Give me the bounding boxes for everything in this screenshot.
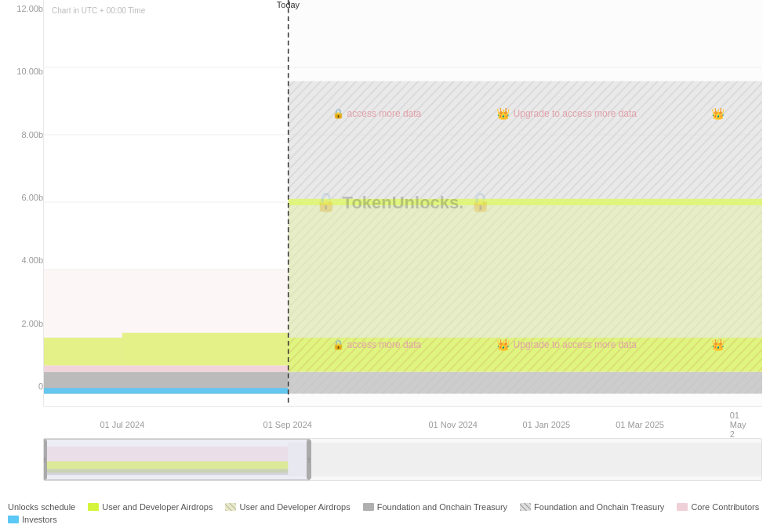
x-label-nov: 01 Nov 2024 (428, 420, 477, 429)
legend-label-airdrop-solid: User and Developer Airdrops (102, 502, 212, 512)
legend-swatch-investors (8, 516, 19, 523)
chart-svg (44, 0, 762, 406)
x-label-jul: 01 Jul 2024 (100, 420, 144, 429)
chart-inner: Chart in UTC + 00:00 Time (43, 0, 762, 407)
legend-swatch-airdrop-hatched (225, 503, 236, 511)
x-axis: 01 Jul 2024 01 Sep 2024 01 Nov 2024 01 J… (43, 414, 762, 434)
y-label-10: 10.00b (4, 67, 43, 76)
legend-title: Unlocks schedule (8, 502, 75, 512)
legend-swatch-foundation-solid (363, 503, 374, 511)
legend-swatch-airdrop-solid (88, 503, 99, 511)
y-label-6: 6.00b (4, 193, 43, 202)
legend-label-foundation-solid: Foundation and Onchain Treasury (377, 502, 507, 512)
legend-label-foundation-hatched: Foundation and Onchain Treasury (534, 502, 664, 512)
chart-area: Chart in UTC + 00:00 Time (43, 0, 762, 407)
svg-rect-20 (289, 0, 762, 406)
x-label-jan: 01 Jan 2025 (523, 420, 571, 429)
legend-swatch-core (677, 503, 688, 511)
x-label-mar: 01 Mar 2025 (616, 420, 664, 429)
svg-rect-25 (288, 443, 761, 476)
legend-item-foundation-hatched: Foundation and Onchain Treasury (520, 502, 664, 512)
navigator-handle-right[interactable]: ⋮ (307, 440, 311, 480)
y-label-2: 2.00b (4, 319, 43, 328)
navigator-selection[interactable]: ⋮ ⋮ (44, 439, 310, 480)
y-label-4: 4.00b (4, 255, 43, 265)
svg-marker-11 (44, 388, 289, 393)
svg-marker-19 (44, 270, 289, 365)
legend-item-foundation-solid: Foundation and Onchain Treasury (363, 502, 507, 512)
x-label-sep: 01 Sep 2024 (263, 420, 312, 429)
navigator-handle-left[interactable]: ⋮ (43, 440, 47, 480)
y-label-0: 0 (4, 382, 43, 391)
y-label-8: 8.00b (4, 130, 43, 139)
legend-swatch-foundation-hatched (520, 503, 531, 511)
legend-label-core: Core Contributors (691, 502, 759, 512)
navigator[interactable]: ⋮ ⋮ (43, 438, 762, 481)
y-axis: 12.00b 10.00b 8.00b 6.00b 4.00b 2.00b 0 (0, 0, 43, 407)
legend-label-airdrop-hatched: User and Developer Airdrops (239, 502, 350, 512)
x-label-may: 01 May 2 (730, 411, 752, 439)
legend: Unlocks schedule User and Developer Aird… (0, 502, 770, 524)
today-label: Today (277, 0, 300, 9)
svg-marker-12 (44, 365, 289, 371)
legend-item-investors: Investors (8, 515, 57, 524)
legend-item-airdrop-hatched: User and Developer Airdrops (225, 502, 350, 512)
legend-item-core: Core Contributors (677, 502, 759, 512)
chart-container: 12.00b 10.00b 8.00b 6.00b 4.00b 2.00b 0 … (0, 0, 770, 532)
legend-item-airdrop-solid: User and Developer Airdrops (88, 502, 212, 512)
y-label-12: 12.00b (4, 4, 43, 13)
legend-label-investors: Investors (22, 515, 57, 524)
